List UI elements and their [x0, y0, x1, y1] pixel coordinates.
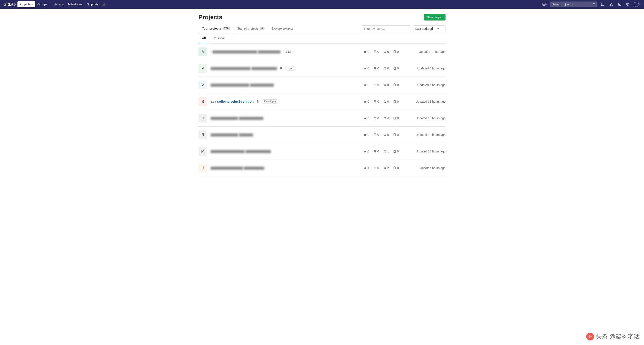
project-row[interactable]: R 0000Updated 10 hours ago — [198, 127, 446, 143]
merge-request-icon — [384, 117, 386, 120]
stat-issues[interactable]: 0 — [393, 100, 399, 103]
tabs-row: Your projects709Starred projects0Explore… — [198, 24, 446, 34]
project-row[interactable]: P uper0000Updated 6 hours ago — [198, 60, 446, 77]
stat-forks[interactable]: 0 — [374, 83, 379, 87]
issues-icon — [393, 150, 396, 153]
project-name[interactable] — [210, 149, 271, 153]
nav-item-projects[interactable]: Projects — [18, 1, 35, 7]
stat-forks[interactable]: 0 — [374, 150, 379, 153]
project-info: uper — [210, 66, 364, 71]
nav-item-activity[interactable]: Activity — [52, 1, 66, 7]
project-row[interactable]: V 0000Updated 6 hours ago — [198, 77, 446, 93]
stat-stars[interactable]: 0 — [364, 150, 369, 153]
svg-rect-44 — [394, 100, 395, 101]
subtab-all[interactable]: All — [198, 34, 209, 43]
svg-rect-59 — [394, 134, 396, 136]
project-avatar: S — [198, 97, 207, 106]
stat-issues[interactable]: 0 — [393, 166, 399, 170]
stat-merge-requests[interactable]: 1 — [384, 150, 389, 153]
project-name[interactable] — [210, 83, 274, 87]
stat-issues[interactable]: 0 — [393, 116, 399, 120]
project-name[interactable] — [210, 66, 277, 70]
plus-icon[interactable] — [542, 1, 548, 8]
stat-merge-requests[interactable]: 0 — [384, 100, 389, 103]
stat-stars[interactable]: 0 — [364, 67, 369, 70]
stat-stars[interactable]: 0 — [364, 116, 369, 120]
issues-icon — [393, 84, 396, 87]
stat-merge-requests[interactable]: 2 — [384, 166, 389, 170]
svg-rect-68 — [394, 150, 395, 151]
help-icon[interactable] — [625, 1, 632, 8]
stat-stars[interactable]: 0 — [364, 50, 369, 54]
svg-rect-60 — [394, 134, 395, 134]
search-wrap — [550, 2, 598, 7]
stat-merge-requests[interactable]: 0 — [384, 133, 389, 137]
new-project-button[interactable]: New project — [424, 14, 446, 21]
stat-merge-requests[interactable]: 0 — [384, 67, 389, 70]
stat-merge-requests[interactable]: 0 — [384, 50, 389, 54]
merge-request-icon — [384, 133, 386, 136]
project-info — [210, 83, 364, 87]
stat-stars[interactable]: 0 — [364, 100, 369, 103]
project-name[interactable] — [210, 133, 253, 137]
project-row[interactable]: M 0010Updated 10 hours ago — [198, 143, 446, 160]
stat-stars[interactable]: 1 — [364, 166, 369, 170]
svg-point-38 — [376, 100, 376, 101]
svg-rect-17 — [394, 51, 396, 53]
svg-point-20 — [374, 67, 374, 68]
merge-request-icon — [384, 67, 386, 70]
tab-starred-projects[interactable]: Starred projects0 — [234, 24, 268, 33]
project-name[interactable] — [210, 116, 264, 120]
stat-issues[interactable]: 0 — [393, 133, 399, 137]
logo[interactable]: GitLab — [4, 2, 16, 7]
project-name[interactable]: as / seller-product-relation — [210, 100, 254, 104]
project-row[interactable]: Aa loper0000Updated 1 hour ago — [198, 44, 446, 60]
svg-point-8 — [612, 5, 612, 6]
stat-issues[interactable]: 0 — [393, 67, 399, 70]
nav-item-snippets[interactable]: Snippets — [85, 1, 101, 7]
svg-point-13 — [374, 52, 375, 53]
project-updated: Updated hours ago — [402, 166, 446, 170]
project-row[interactable]: R 0040Updated 10 hours ago — [198, 110, 446, 127]
stat-forks[interactable]: 0 — [374, 67, 379, 70]
stat-issues[interactable]: 0 — [393, 83, 399, 87]
project-name[interactable]: a — [210, 50, 280, 54]
stat-merge-requests[interactable]: 0 — [384, 83, 389, 87]
nav-item-groups[interactable]: Groups — [35, 1, 52, 7]
search-input[interactable] — [550, 2, 598, 7]
svg-point-71 — [374, 169, 375, 169]
stat-forks[interactable]: 0 — [374, 166, 379, 170]
sort-dropdown[interactable]: Last updated — [413, 26, 446, 32]
tab-explore-projects[interactable]: Explore projects — [268, 24, 296, 33]
merge-requests-icon[interactable] — [608, 1, 615, 8]
project-info — [210, 116, 364, 120]
stat-forks[interactable]: 0 — [374, 100, 379, 103]
subtab-personal[interactable]: Personal — [209, 34, 228, 43]
stat-issues[interactable]: 0 — [393, 50, 399, 54]
nav-item-milestones[interactable]: Milestones — [66, 1, 85, 7]
project-row[interactable]: H 1020Updated hours ago — [198, 160, 446, 176]
issues-icon[interactable] — [599, 1, 606, 8]
filter-input[interactable] — [362, 26, 411, 32]
badge: 0 — [260, 27, 265, 30]
stat-stars[interactable]: 0 — [364, 133, 369, 137]
stat-forks[interactable]: 0 — [374, 50, 379, 54]
metrics-icon[interactable] — [101, 1, 108, 8]
stat-forks[interactable]: 0 — [374, 133, 379, 137]
lock-icon — [256, 100, 259, 103]
project-name[interactable] — [210, 166, 264, 170]
todos-icon[interactable] — [616, 1, 623, 8]
tab-your-projects[interactable]: Your projects709 — [198, 24, 234, 33]
user-avatar[interactable] — [634, 1, 640, 8]
project-avatar: R — [198, 130, 207, 139]
stat-forks[interactable]: 0 — [374, 116, 379, 120]
project-row[interactable]: Sas / seller-product-relationDeveloper00… — [198, 93, 446, 110]
project-avatar: R — [198, 114, 207, 123]
stat-merge-requests[interactable]: 4 — [384, 116, 389, 120]
fork-icon — [374, 150, 376, 153]
issues-icon — [393, 50, 396, 53]
stat-issues[interactable]: 0 — [393, 150, 399, 153]
stat-stars[interactable]: 0 — [364, 83, 369, 87]
project-updated: Updated 10 hours ago — [402, 133, 446, 137]
svg-point-58 — [385, 135, 386, 136]
